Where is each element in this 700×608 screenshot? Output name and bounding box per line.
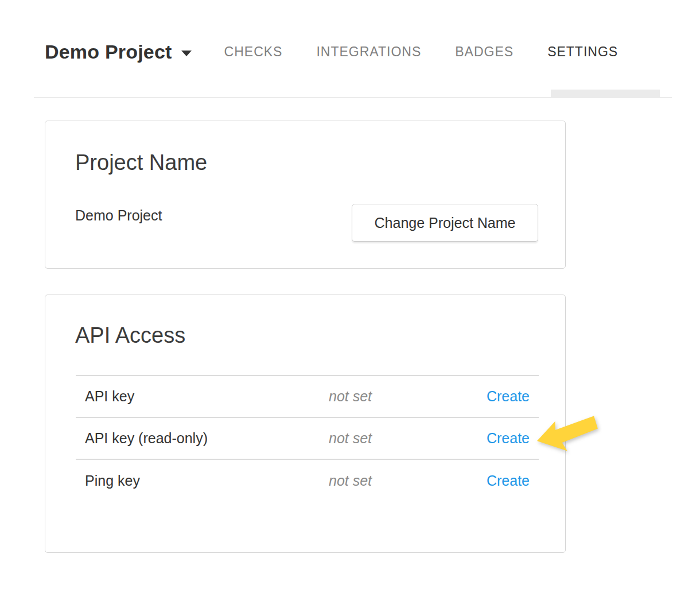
create-ping-key-link[interactable]: Create bbox=[487, 473, 530, 489]
api-keys-table: API key not set Create API key (read-onl… bbox=[76, 375, 539, 502]
project-switcher-dropdown[interactable]: Demo Project bbox=[45, 41, 192, 63]
project-name-card: Project Name Demo Project Change Project… bbox=[45, 121, 566, 269]
create-api-key-read-only-link[interactable]: Create bbox=[487, 430, 530, 446]
api-key-label: API key bbox=[76, 388, 329, 405]
tab-integrations[interactable]: INTEGRATIONS bbox=[316, 44, 421, 60]
change-project-name-button[interactable]: Change Project Name bbox=[352, 204, 538, 242]
active-tab-indicator bbox=[551, 90, 660, 98]
nav-tabs: CHECKS INTEGRATIONS BADGES SETTINGS bbox=[224, 44, 619, 60]
table-row-api-key-read-only: API key (read-only) not set Create bbox=[76, 418, 539, 460]
api-access-card: API Access API key not set Create API ke… bbox=[45, 295, 566, 553]
current-project-name: Demo Project bbox=[75, 206, 162, 224]
settings-page: Demo Project CHECKS INTEGRATIONS BADGES … bbox=[0, 0, 700, 608]
table-row-api-key: API key not set Create bbox=[76, 376, 539, 418]
header-divider bbox=[34, 97, 672, 98]
api-key-read-only-value: not set bbox=[329, 430, 487, 447]
api-key-read-only-label: API key (read-only) bbox=[76, 430, 329, 447]
ping-key-label: Ping key bbox=[76, 473, 329, 489]
top-navigation: Demo Project CHECKS INTEGRATIONS BADGES … bbox=[45, 34, 672, 69]
project-title: Demo Project bbox=[45, 41, 172, 63]
api-access-card-title: API Access bbox=[75, 323, 185, 348]
table-row-ping-key: Ping key not set Create bbox=[76, 460, 539, 502]
tab-badges[interactable]: BADGES bbox=[455, 44, 514, 60]
create-api-key-link[interactable]: Create bbox=[487, 388, 530, 404]
tab-checks[interactable]: CHECKS bbox=[224, 44, 283, 60]
api-key-value: not set bbox=[329, 388, 487, 405]
ping-key-value: not set bbox=[329, 473, 487, 489]
chevron-down-icon bbox=[181, 51, 192, 56]
tab-settings[interactable]: SETTINGS bbox=[547, 44, 618, 60]
project-name-card-title: Project Name bbox=[75, 150, 207, 175]
